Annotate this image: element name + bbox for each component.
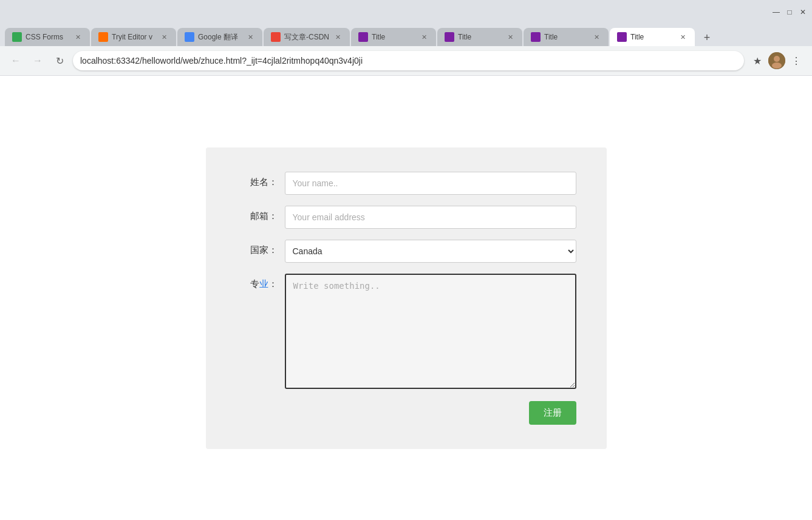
tab-favicon-6	[445, 32, 454, 42]
tab-close-csdn[interactable]: ✕	[333, 32, 343, 42]
tab-close-google[interactable]: ✕	[245, 32, 255, 42]
country-label: 国家：	[236, 240, 285, 256]
tab-close-7[interactable]: ✕	[592, 32, 601, 42]
tab-favicon-5	[358, 32, 368, 42]
tab-close-css-forms[interactable]: ✕	[73, 32, 83, 42]
tab-label-5: Title	[372, 33, 415, 41]
tab-favicon-8	[617, 32, 627, 42]
toolbar-icons: ★ ⋮	[749, 52, 805, 69]
name-input[interactable]	[285, 172, 576, 195]
name-row: 姓名：	[236, 172, 576, 195]
tab-title-7[interactable]: Title ✕	[524, 28, 609, 46]
address-bar: ← → ↻ ★ ⋮	[0, 46, 812, 75]
menu-icon[interactable]: ⋮	[788, 52, 805, 69]
email-input[interactable]	[285, 206, 576, 229]
avatar[interactable]	[768, 52, 785, 69]
tab-title-5[interactable]: Title ✕	[351, 28, 436, 46]
tab-title-6[interactable]: Title ✕	[437, 28, 522, 46]
maximize-button[interactable]: □	[785, 8, 794, 16]
form-footer: 注册	[236, 401, 576, 425]
forward-button[interactable]: →	[29, 52, 46, 69]
email-row: 邮箱：	[236, 206, 576, 229]
close-button[interactable]: ✕	[799, 8, 807, 16]
tab-label-google: Google 翻译	[198, 32, 242, 42]
tab-favicon-csdn	[271, 32, 281, 42]
country-select[interactable]: Canada USA UK Australia China Japan Othe…	[285, 240, 576, 263]
major-textarea[interactable]	[285, 274, 576, 389]
back-button[interactable]: ←	[7, 52, 24, 69]
url-input[interactable]	[73, 51, 744, 70]
submit-button[interactable]: 注册	[529, 401, 576, 425]
tab-label-tryit: Tryit Editor v	[112, 33, 155, 41]
country-row: 国家： Canada USA UK Australia China Japan …	[236, 240, 576, 263]
tab-csdn[interactable]: 写文章-CSDN ✕	[264, 28, 350, 46]
form-container: 姓名： 邮箱： 国家： Canada USA UK Australia Chin…	[206, 147, 607, 449]
major-label-text: 专业：	[250, 279, 278, 289]
major-link[interactable]: 业	[259, 279, 268, 289]
tab-bar: CSS Forms ✕ Tryit Editor v ✕ Google 翻译 ✕…	[0, 24, 812, 46]
email-label: 邮箱：	[236, 206, 285, 222]
tab-favicon-css-forms	[12, 32, 22, 42]
page-content: 姓名： 邮箱： 国家： Canada USA UK Australia Chin…	[0, 76, 812, 520]
tab-close-5[interactable]: ✕	[419, 32, 429, 42]
reload-button[interactable]: ↻	[51, 52, 68, 69]
tab-label-7: Title	[544, 33, 588, 41]
tab-close-tryit[interactable]: ✕	[159, 32, 169, 42]
major-label: 专业：	[236, 274, 285, 290]
svg-point-1	[774, 56, 780, 62]
tab-tryit[interactable]: Tryit Editor v ✕	[91, 28, 176, 46]
minimize-button[interactable]: —	[772, 8, 780, 16]
title-bar: — □ ✕	[0, 0, 812, 24]
tab-favicon-google	[185, 32, 194, 42]
tab-label-8: Title	[630, 33, 674, 41]
name-label: 姓名：	[236, 172, 285, 188]
major-row: 专业：	[236, 274, 576, 389]
tab-favicon-tryit	[98, 32, 108, 42]
new-tab-button[interactable]: +	[698, 29, 715, 46]
bookmark-icon[interactable]: ★	[749, 52, 766, 69]
tab-close-8[interactable]: ✕	[678, 32, 687, 42]
tab-label-6: Title	[458, 33, 502, 41]
tab-label-csdn: 写文章-CSDN	[284, 32, 329, 42]
tab-favicon-7	[531, 32, 541, 42]
tab-label-css-forms: CSS Forms	[26, 33, 69, 41]
tab-google-translate[interactable]: Google 翻译 ✕	[177, 28, 262, 46]
window-controls: — □ ✕	[772, 8, 807, 16]
tab-css-forms[interactable]: CSS Forms ✕	[5, 28, 90, 46]
tab-title-8[interactable]: Title ✕	[610, 28, 695, 46]
tab-close-6[interactable]: ✕	[505, 32, 515, 42]
profile-icon[interactable]	[768, 52, 785, 69]
svg-point-2	[772, 62, 782, 69]
